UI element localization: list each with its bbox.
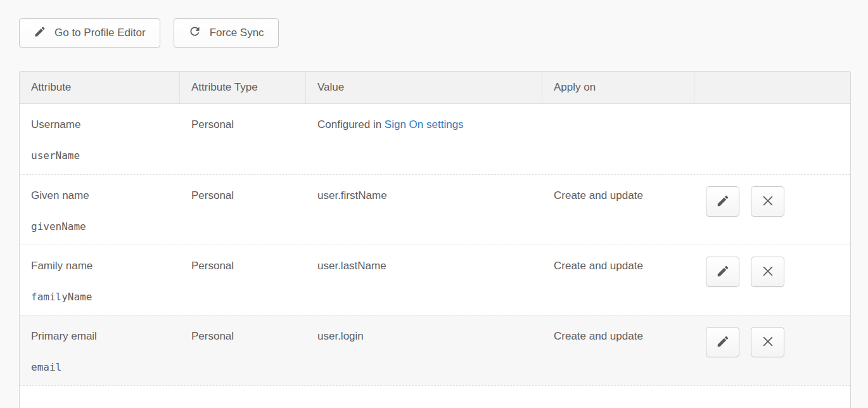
- close-icon: [761, 264, 775, 280]
- apply-on-cell: Create and update: [542, 245, 694, 315]
- apply-on-cell: Create and update: [542, 316, 694, 385]
- attribute-variable-name: email: [31, 360, 169, 374]
- actions-cell: [694, 316, 850, 385]
- header-attribute-type: Attribute Type: [180, 72, 306, 103]
- close-icon: [761, 194, 775, 210]
- attribute-cell: Username userName: [20, 104, 180, 174]
- attribute-label: Username: [31, 117, 169, 132]
- pencil-icon: [34, 25, 46, 41]
- actions-cell: [694, 104, 850, 174]
- partial-next-row: [20, 385, 850, 408]
- attribute-variable-name: givenName: [31, 219, 169, 234]
- table-row: Username userName Personal Configured in…: [20, 104, 850, 174]
- edit-attribute-button[interactable]: [706, 257, 739, 287]
- force-sync-label: Force Sync: [210, 27, 264, 39]
- header-attribute: Attribute: [20, 72, 180, 103]
- attribute-type-cell: Personal: [180, 175, 306, 245]
- table-header-row: Attribute Attribute Type Value Apply on: [20, 72, 850, 104]
- go-to-profile-editor-label: Go to Profile Editor: [54, 27, 146, 39]
- value-cell: Configured in Sign On settings: [306, 104, 542, 174]
- value-cell: user.login: [306, 316, 542, 385]
- attribute-variable-name: userName: [31, 148, 169, 163]
- value-cell: user.firstName: [306, 175, 542, 245]
- apply-on-cell: [542, 104, 694, 174]
- sign-on-settings-link[interactable]: Sign On settings: [385, 118, 464, 131]
- actions-cell: [694, 245, 850, 315]
- attribute-label: Given name: [31, 188, 169, 203]
- delete-attribute-button[interactable]: [751, 257, 784, 287]
- apply-on-cell: Create and update: [542, 175, 694, 245]
- close-icon: [761, 335, 775, 350]
- attribute-cell: Given name givenName: [20, 175, 180, 245]
- attribute-type-cell: Personal: [180, 316, 306, 385]
- attribute-cell: Primary email email: [20, 316, 180, 385]
- value-cell: user.lastName: [306, 245, 542, 315]
- pencil-icon: [716, 264, 730, 280]
- attribute-type-cell: Personal: [180, 104, 306, 174]
- pencil-icon: [716, 194, 730, 210]
- attribute-mapping-table: Attribute Attribute Type Value Apply on …: [19, 71, 851, 408]
- table-row: Given name givenName Personal user.first…: [20, 174, 850, 245]
- delete-attribute-button[interactable]: [751, 327, 784, 357]
- table-row: Primary email email Personal user.login …: [20, 315, 850, 385]
- table-row: Family name familyName Personal user.las…: [20, 245, 850, 315]
- header-actions: [694, 72, 850, 103]
- force-sync-button[interactable]: Force Sync: [174, 18, 279, 48]
- edit-attribute-button[interactable]: [706, 327, 739, 357]
- value-prefix-text: Configured in: [317, 118, 385, 131]
- attribute-label: Family name: [31, 258, 169, 273]
- edit-attribute-button[interactable]: [706, 186, 739, 217]
- pencil-icon: [716, 335, 730, 350]
- attribute-cell: Family name familyName: [20, 245, 180, 315]
- attribute-label: Primary email: [31, 329, 169, 343]
- attribute-type-cell: Personal: [180, 245, 306, 315]
- go-to-profile-editor-button[interactable]: Go to Profile Editor: [19, 18, 160, 48]
- refresh-icon: [188, 25, 201, 41]
- header-apply-on: Apply on: [542, 72, 694, 103]
- attribute-variable-name: familyName: [31, 290, 169, 304]
- toolbar: Go to Profile Editor Force Sync: [0, 0, 868, 48]
- actions-cell: [694, 175, 850, 245]
- delete-attribute-button[interactable]: [751, 186, 784, 217]
- header-value: Value: [306, 72, 542, 103]
